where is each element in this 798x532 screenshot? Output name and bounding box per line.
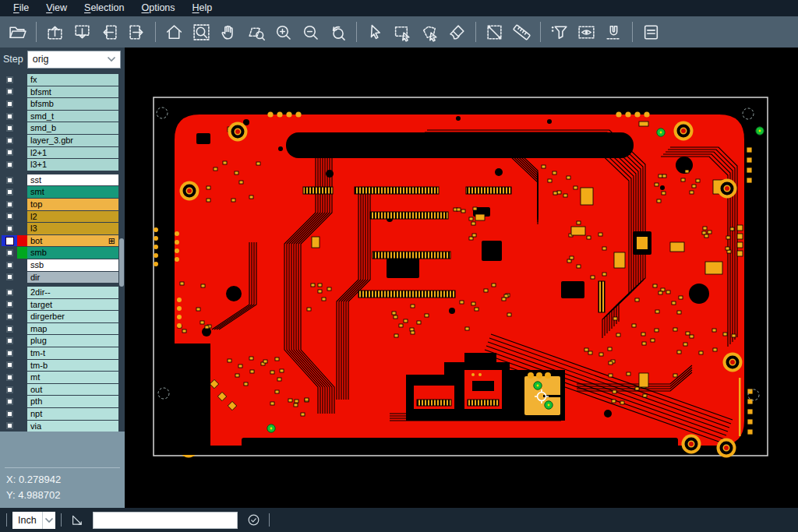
layer-row-l2-1[interactable]: l2+1 <box>2 147 118 159</box>
layer-visibility-checkbox[interactable] <box>2 235 17 247</box>
layer-row-tm-t[interactable]: tm-t <box>2 347 118 359</box>
zoom-in-icon <box>274 23 293 42</box>
layer-visibility-checkbox[interactable] <box>2 323 17 335</box>
layer-row-map[interactable]: map <box>2 323 118 335</box>
layer-visibility-checkbox[interactable] <box>2 299 17 311</box>
layer-row-dir[interactable]: dir <box>2 272 118 284</box>
layer-row-l3[interactable]: l3 <box>2 223 118 234</box>
layer-row-plug[interactable]: plug <box>2 335 118 347</box>
layer-visibility-checkbox[interactable] <box>2 421 17 432</box>
brush-button[interactable] <box>443 19 471 45</box>
view-options-button[interactable] <box>573 19 600 45</box>
layer-visibility-checkbox[interactable] <box>2 74 17 86</box>
view-options-icon <box>577 23 596 42</box>
pcb-canvas[interactable] <box>125 48 798 508</box>
zoom-window-button[interactable] <box>242 19 270 45</box>
layer-visibility-checkbox[interactable] <box>2 159 17 171</box>
layer-color-swatch <box>17 147 27 159</box>
layer-visibility-checkbox[interactable] <box>2 396 17 407</box>
filter-button[interactable] <box>546 19 573 45</box>
layer-visibility-checkbox[interactable] <box>2 186 17 198</box>
layer-visibility-checkbox[interactable] <box>2 272 17 284</box>
layer-visibility-checkbox[interactable] <box>2 259 17 271</box>
open-folder-button[interactable] <box>4 19 31 45</box>
select-polygon-button[interactable] <box>416 19 443 45</box>
layers-panel-button[interactable] <box>637 19 665 45</box>
zoom-previous-button[interactable] <box>324 19 351 45</box>
layer-row-out[interactable]: out <box>2 384 118 396</box>
layer-label: smt <box>27 186 118 198</box>
layer-list-scrollbar[interactable] <box>119 238 124 287</box>
step-select[interactable]: orig <box>27 51 121 69</box>
layer-row-fx[interactable]: fx <box>2 74 118 86</box>
layer-visibility-checkbox[interactable] <box>2 98 17 110</box>
menu-selection[interactable]: Selection <box>76 2 132 16</box>
unit-select[interactable]: Inch <box>12 512 55 529</box>
layer-row-bfsmt[interactable]: bfsmt <box>2 86 118 98</box>
layer-row-tm-b[interactable]: tm-b <box>2 360 118 372</box>
layer-visibility-checkbox[interactable] <box>2 335 17 347</box>
layer-color-swatch <box>17 299 27 311</box>
layer-row-smd-b[interactable]: smd_b <box>2 122 118 134</box>
layer-row-pth[interactable]: pth <box>2 396 118 407</box>
layer-visibility-checkbox[interactable] <box>2 247 17 259</box>
layer-row-l3-1[interactable]: l3+1 <box>2 159 118 171</box>
select-cursor-button[interactable] <box>362 19 389 45</box>
layer-visibility-checkbox[interactable] <box>2 360 17 372</box>
layer-row-smd-t[interactable]: smd_t <box>2 111 118 122</box>
layer-visibility-checkbox[interactable] <box>2 111 17 122</box>
menu-options[interactable]: Options <box>132 2 183 16</box>
nudge-down-button[interactable] <box>69 19 96 45</box>
layer-visibility-checkbox[interactable] <box>2 287 17 298</box>
layer-row-sst[interactable]: sst <box>2 174 118 186</box>
menu-help[interactable]: Help <box>184 2 221 16</box>
layer-row-smt[interactable]: smt <box>2 186 118 198</box>
layer-visibility-checkbox[interactable] <box>2 311 17 322</box>
corner-measure-button[interactable] <box>67 511 87 530</box>
layer-row-mt[interactable]: mt <box>2 372 118 383</box>
layer-row-bfsmb[interactable]: bfsmb <box>2 98 118 110</box>
layer-visibility-checkbox[interactable] <box>2 211 17 223</box>
layer-label: top <box>27 199 118 210</box>
layer-visibility-checkbox[interactable] <box>2 384 17 396</box>
ruler-button[interactable] <box>508 19 535 45</box>
layer-visibility-checkbox[interactable] <box>2 372 17 383</box>
layer-row-top[interactable]: top <box>2 199 118 210</box>
menu-file[interactable]: File <box>5 2 37 16</box>
zoom-out-button[interactable] <box>297 19 324 45</box>
chevron-down-icon <box>42 512 55 529</box>
menu-view[interactable]: View <box>37 2 76 16</box>
layer-row-target[interactable]: target <box>2 299 118 311</box>
pan-hand-button[interactable] <box>215 19 242 45</box>
layer-visibility-checkbox[interactable] <box>2 86 17 98</box>
zoom-area-button[interactable] <box>188 19 215 45</box>
layer-visibility-checkbox[interactable] <box>2 122 17 134</box>
layer-row-dirgerber[interactable]: dirgerber <box>2 311 118 322</box>
home-view-button[interactable] <box>161 19 188 45</box>
layer-row-npt[interactable]: npt <box>2 408 118 420</box>
layer-row-l2[interactable]: l2 <box>2 211 118 223</box>
layer-visibility-checkbox[interactable] <box>2 147 17 159</box>
layer-row-bot[interactable]: bot⊞ <box>2 235 118 247</box>
nudge-left-button[interactable] <box>96 19 123 45</box>
command-input[interactable] <box>93 512 238 529</box>
filter-icon <box>549 23 569 42</box>
layer-row-via[interactable]: via <box>2 421 118 432</box>
layer-row-smb[interactable]: smb <box>2 247 118 259</box>
layer-row-2dir-[interactable]: 2dir-- <box>2 287 118 298</box>
layer-row-layer-3-gbr[interactable]: layer_3.gbr <box>2 135 118 146</box>
select-rect-button[interactable] <box>389 19 416 45</box>
layer-visibility-checkbox[interactable] <box>2 408 17 420</box>
nudge-up-button[interactable] <box>41 19 69 45</box>
layer-visibility-checkbox[interactable] <box>2 135 17 146</box>
layer-row-ssb[interactable]: ssb <box>2 259 118 271</box>
layer-visibility-checkbox[interactable] <box>2 174 17 186</box>
nudge-right-button[interactable] <box>123 19 150 45</box>
layer-visibility-checkbox[interactable] <box>2 199 17 210</box>
zoom-in-button[interactable] <box>270 19 297 45</box>
layer-visibility-checkbox[interactable] <box>2 223 17 234</box>
measure-line-button[interactable] <box>481 19 508 45</box>
layer-visibility-checkbox[interactable] <box>2 347 17 359</box>
snap-button[interactable] <box>600 19 627 45</box>
refresh-button[interactable] <box>243 511 263 530</box>
